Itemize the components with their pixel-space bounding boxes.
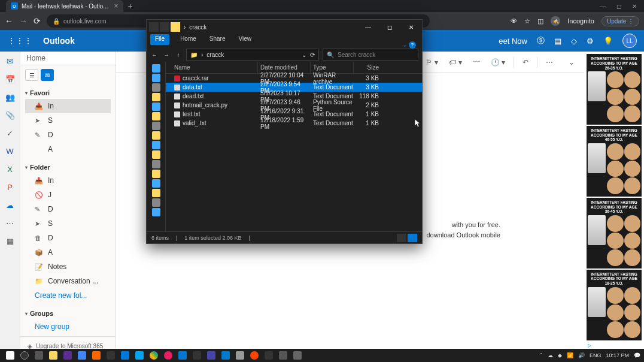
- rail-calendar-icon[interactable]: 📅: [4, 73, 16, 85]
- update-button[interactable]: Update ⋮: [602, 16, 639, 26]
- highlight-button[interactable]: 〰: [470, 57, 482, 68]
- tray-lang[interactable]: ENG: [590, 352, 602, 358]
- rail-apps-icon[interactable]: ▦: [4, 235, 16, 247]
- quick-access-tab-icon[interactable]: [149, 22, 159, 32]
- sidebar-item-sent[interactable]: ➤S: [25, 113, 111, 128]
- nav-back-icon[interactable]: ←: [150, 52, 159, 58]
- explorer-titlebar[interactable]: › cracck — ◻ ✕: [147, 20, 422, 34]
- refresh-icon[interactable]: ⟳: [310, 52, 315, 58]
- groups-header[interactable]: ▾ Groups: [25, 307, 111, 319]
- folders-header[interactable]: ▾ Folder: [25, 161, 111, 173]
- quick-access-tab-icon[interactable]: [160, 22, 169, 32]
- rail-more-icon[interactable]: ⋯: [4, 217, 16, 229]
- start-button[interactable]: [4, 350, 17, 361]
- tab-close-icon[interactable]: ×: [114, 2, 119, 10]
- new-mail-button[interactable]: ✉: [41, 69, 54, 81]
- hamburger-toggle[interactable]: ☰: [25, 69, 38, 81]
- forward-button[interactable]: →: [19, 16, 28, 26]
- sidebar-item-archive[interactable]: 📦A: [25, 245, 111, 260]
- favorites-header[interactable]: ▾ Favori: [25, 87, 111, 99]
- task-app-icon[interactable]: [277, 350, 290, 361]
- task-app-icon[interactable]: [233, 350, 247, 361]
- new-tab-button[interactable]: +: [128, 1, 133, 11]
- sidebar-item-junk[interactable]: 🚫J: [25, 188, 111, 202]
- ribbon-home-tab[interactable]: Home: [178, 34, 199, 45]
- task-app-icon[interactable]: [119, 350, 132, 361]
- ad-choices-icon[interactable]: ▷: [587, 342, 642, 349]
- task-app-icon[interactable]: [104, 350, 117, 361]
- ribbon-view-tab[interactable]: View: [236, 34, 254, 45]
- explorer-tree[interactable]: [147, 62, 166, 231]
- task-app-icon[interactable]: [248, 350, 261, 361]
- window-maximize-icon[interactable]: ◻: [616, 3, 621, 10]
- col-size[interactable]: Size: [354, 62, 384, 73]
- immersive-icon[interactable]: ▤: [554, 37, 561, 46]
- task-app-icon[interactable]: [219, 350, 232, 361]
- task-chrome-icon[interactable]: [147, 350, 160, 361]
- file-row[interactable]: valid_.txt12/18/2022 1:59 PMText Documen…: [166, 119, 422, 128]
- task-app-icon[interactable]: [205, 350, 218, 361]
- window-close-icon[interactable]: ✕: [632, 3, 637, 10]
- ad-unit-4[interactable]: INTERMITTENT FASTINGACCORDING TO MY AGE1…: [587, 270, 642, 340]
- undo-button[interactable]: ↶: [520, 57, 531, 68]
- task-app-icon[interactable]: [61, 350, 74, 361]
- task-app-icon[interactable]: [262, 350, 275, 361]
- eye-blocked-icon[interactable]: 👁: [511, 17, 517, 25]
- skype-icon[interactable]: ⓢ: [537, 35, 545, 46]
- task-app-icon[interactable]: [75, 350, 89, 361]
- flag-dropdown[interactable]: 🏳 ▾: [423, 57, 441, 68]
- rail-ppt-icon[interactable]: P: [4, 181, 16, 193]
- sidebar-item-conversation[interactable]: 📁Conversation ...: [25, 274, 111, 288]
- browser-tab[interactable]: O Mail - leehwak leehwak - Outlo... ×: [6, 0, 123, 12]
- ad-unit-2[interactable]: INTERMITTENT FASTINGACCORDING TO MY AGE4…: [587, 126, 642, 197]
- tray-chevron-icon[interactable]: ˄: [540, 352, 543, 358]
- clock-dropdown[interactable]: 🕐 ▾: [488, 57, 508, 68]
- tray-wifi-icon[interactable]: 📶: [567, 352, 573, 358]
- system-tray[interactable]: ˄ ☁ ◆ 📶 🔊 ENG 10:17 PM 💬: [540, 352, 640, 358]
- sidebar-item-inbox2[interactable]: 📥In: [25, 173, 111, 188]
- explorer-maximize-icon[interactable]: ◻: [379, 20, 400, 34]
- back-button[interactable]: ←: [5, 16, 13, 26]
- view-thumbnails-button[interactable]: [397, 234, 406, 242]
- rail-mail-icon[interactable]: ✉: [4, 55, 16, 67]
- task-app-icon[interactable]: [176, 350, 189, 361]
- notifications-icon[interactable]: ◇: [571, 37, 577, 46]
- rail-files-icon[interactable]: 📎: [4, 109, 16, 121]
- tray-onedrive-icon[interactable]: ☁: [548, 352, 553, 358]
- rail-onedrive-icon[interactable]: ☁: [4, 199, 16, 211]
- breadcrumb-folder[interactable]: cracck: [189, 24, 206, 31]
- search-box[interactable]: 🔍 Search cracck: [323, 49, 418, 61]
- path-dropdown-icon[interactable]: ⌄: [302, 52, 306, 58]
- more-button[interactable]: ⋯: [543, 57, 555, 68]
- tray-app-icon[interactable]: ◆: [558, 352, 562, 358]
- sidebar-item-sent2[interactable]: ➤S: [25, 216, 111, 231]
- nav-up-icon[interactable]: ↑: [174, 52, 183, 58]
- task-app-icon[interactable]: [162, 350, 175, 361]
- task-app-icon[interactable]: [90, 350, 103, 361]
- col-name[interactable]: Name: [166, 62, 258, 73]
- tips-icon[interactable]: 💡: [603, 37, 613, 46]
- sidebar-item-drafts[interactable]: ✎D: [25, 128, 111, 142]
- sidebar-item-deleted[interactable]: 🗑D: [25, 231, 111, 245]
- sidebar-item-notes[interactable]: 📝Notes: [25, 260, 111, 274]
- rail-excel-icon[interactable]: X: [4, 163, 16, 175]
- task-app-icon[interactable]: [190, 350, 203, 361]
- meet-now-label[interactable]: eet Now: [499, 37, 527, 46]
- explorer-help[interactable]: ⌄?: [402, 41, 416, 49]
- sidebar-item-add-favorite[interactable]: A: [25, 142, 111, 156]
- tag-dropdown[interactable]: 🏷 ▾: [446, 57, 464, 68]
- task-search-icon[interactable]: [18, 350, 31, 361]
- sidebar-item-inbox[interactable]: 📥In: [25, 99, 111, 113]
- rail-todo-icon[interactable]: ✓: [4, 127, 16, 139]
- bookmark-star-icon[interactable]: ☆: [524, 17, 530, 25]
- settings-gear-icon[interactable]: ⚙: [587, 37, 594, 46]
- tray-notifications-icon[interactable]: 💬: [634, 352, 640, 358]
- tray-volume-icon[interactable]: 🔊: [578, 352, 585, 358]
- ad-unit-3[interactable]: INTERMITTENT FASTINGACCORDING TO MY AGE3…: [587, 198, 642, 269]
- task-explorer-icon[interactable]: [47, 350, 60, 361]
- folder-tab-icon[interactable]: [171, 22, 180, 32]
- nav-forward-icon[interactable]: →: [162, 52, 171, 58]
- view-details-button[interactable]: [408, 234, 417, 242]
- explorer-close-icon[interactable]: ✕: [400, 20, 422, 34]
- address-box[interactable]: 📁 › cracck ⌄ ⟳: [186, 49, 319, 61]
